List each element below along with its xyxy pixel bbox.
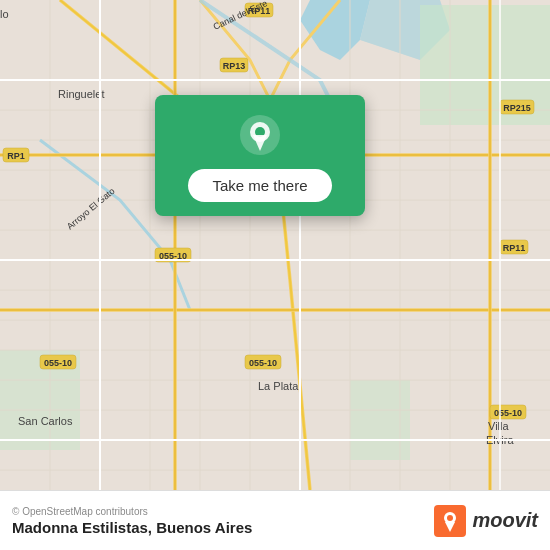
svg-text:lo: lo: [0, 8, 9, 20]
svg-text:Villa: Villa: [488, 420, 509, 432]
moovit-logo: moovit: [434, 505, 538, 537]
svg-text:San Carlos: San Carlos: [18, 415, 73, 427]
svg-text:RP13: RP13: [223, 61, 246, 71]
bottom-bar: © OpenStreetMap contributors Madonna Est…: [0, 490, 550, 550]
location-pin-icon: [238, 113, 282, 157]
svg-text:055-10: 055-10: [494, 408, 522, 418]
svg-text:RP11: RP11: [503, 243, 526, 253]
svg-point-76: [447, 515, 453, 521]
bottom-info: © OpenStreetMap contributors Madonna Est…: [12, 506, 252, 536]
map-container: RP11 RP13 RP1 RP215 RP11 055-10 055-10 0…: [0, 0, 550, 490]
moovit-brand-icon: [434, 505, 466, 537]
svg-text:055-10: 055-10: [249, 358, 277, 368]
action-card[interactable]: Take me there: [155, 95, 365, 216]
take-me-there-button[interactable]: Take me there: [188, 169, 331, 202]
svg-text:055-10: 055-10: [44, 358, 72, 368]
svg-text:La Plata: La Plata: [258, 380, 299, 392]
place-name: Madonna Estilistas, Buenos Aires: [12, 519, 252, 536]
moovit-brand-text: moovit: [472, 509, 538, 532]
map-attribution: © OpenStreetMap contributors: [12, 506, 252, 517]
svg-rect-5: [350, 380, 410, 460]
svg-text:RP1: RP1: [7, 151, 25, 161]
svg-text:Ringuelet: Ringuelet: [58, 88, 104, 100]
svg-text:RP215: RP215: [503, 103, 531, 113]
